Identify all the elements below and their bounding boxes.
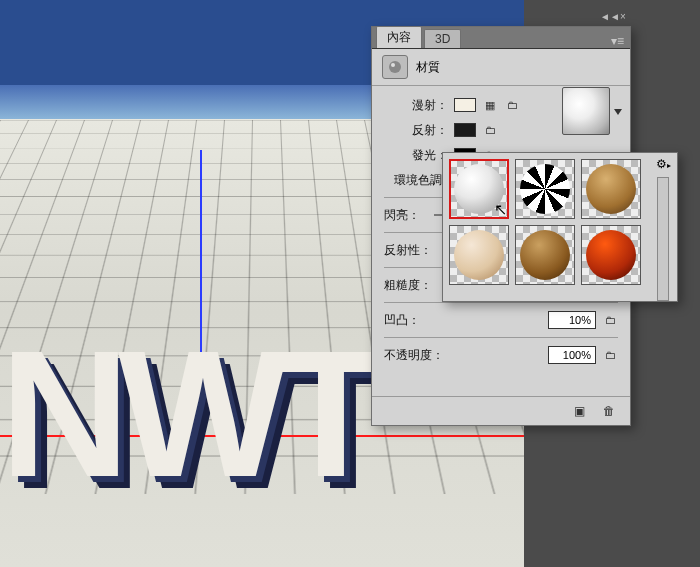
flyout-gear-icon[interactable]: ⚙▸ xyxy=(656,157,671,171)
preset-marble-white[interactable] xyxy=(449,159,509,219)
material-preview-sphere[interactable] xyxy=(562,87,610,135)
folder-icon[interactable]: 🗀 xyxy=(504,98,520,112)
preset-wood-noise[interactable] xyxy=(515,225,575,285)
panel-close-icon[interactable]: × xyxy=(620,11,626,22)
material-preset-flyout: ⚙▸ xyxy=(442,152,678,302)
swatch-reflect[interactable] xyxy=(454,123,476,137)
input-opacity[interactable] xyxy=(548,346,596,364)
delete-icon[interactable]: 🗑 xyxy=(600,403,618,419)
tab-properties[interactable]: 內容 xyxy=(376,26,422,48)
sphere-icon xyxy=(387,59,403,75)
flyout-scrollbar[interactable] xyxy=(657,177,669,301)
new-material-icon[interactable]: ▣ xyxy=(570,403,588,419)
label-reflect: 反射： xyxy=(384,122,448,139)
section-title: 材質 xyxy=(416,59,440,76)
folder-icon[interactable]: 🗀 xyxy=(482,123,498,137)
preset-fur-brown[interactable] xyxy=(581,159,641,219)
preset-checker[interactable] xyxy=(515,159,575,219)
preview-dropdown-icon[interactable] xyxy=(614,109,622,115)
panel-collapse-icon[interactable]: ◄◄ xyxy=(600,11,620,22)
label-opacity: 不透明度： xyxy=(384,347,454,364)
panel-toolbar: 材質 xyxy=(372,49,630,86)
label-roughness: 粗糙度： xyxy=(384,277,436,294)
input-bump[interactable] xyxy=(548,311,596,329)
folder-icon[interactable]: 🗀 xyxy=(602,313,618,327)
label-bump: 凹凸： xyxy=(384,312,428,329)
panel-menu-icon[interactable]: ▾≡ xyxy=(611,34,624,48)
tab-3d[interactable]: 3D xyxy=(424,29,461,48)
folder-icon[interactable]: 🗀 xyxy=(602,348,618,362)
canvas-3d-text[interactable]: NWT xyxy=(0,310,374,517)
preset-beige-skin[interactable] xyxy=(449,225,509,285)
label-diffuse: 漫射： xyxy=(384,97,448,114)
label-reflectivity: 反射性： xyxy=(384,242,436,259)
label-shine: 閃亮： xyxy=(384,207,428,224)
material-mode-button[interactable] xyxy=(382,55,408,79)
panel-footer: ▣ 🗑 xyxy=(372,396,630,425)
svg-point-1 xyxy=(391,63,395,67)
swatch-diffuse[interactable] xyxy=(454,98,476,112)
svg-point-0 xyxy=(389,61,401,73)
label-glow: 發光： xyxy=(384,147,448,164)
preset-red-glossy[interactable] xyxy=(581,225,641,285)
texture-picker-icon[interactable]: ▦ xyxy=(482,98,498,112)
panel-tabs: 內容 3D ▾≡ xyxy=(372,27,630,49)
